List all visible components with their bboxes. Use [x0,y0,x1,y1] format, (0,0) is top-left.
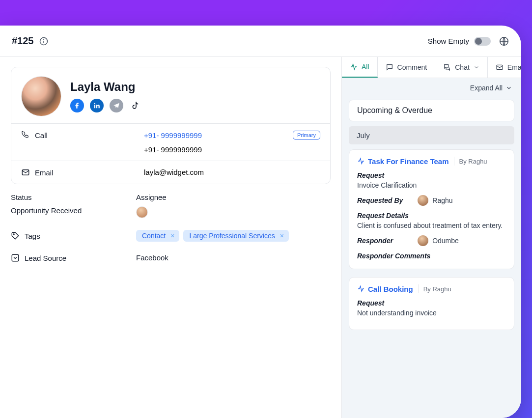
responder-name: Odumbe [432,237,459,245]
person-avatar [418,235,428,246]
call-label: Call [35,131,48,139]
activity-icon [357,157,365,165]
left-panel: Layla Wang [0,57,342,418]
activity-title[interactable]: Call Booking [357,285,413,293]
lead-source-value: Facebook [136,253,168,262]
primary-badge: Primary [293,131,320,139]
topbar: #125 Show Empty [0,26,521,57]
right-panel: All Comment Chat Email Expand All [342,57,521,418]
activity-by: By Raghu [459,158,487,165]
linkedin-icon[interactable] [90,99,104,112]
tab-comment[interactable]: Comment [378,57,436,78]
avatar [21,76,61,116]
tab-chat[interactable]: Chat [435,57,488,78]
toggle-switch[interactable] [474,37,491,46]
svg-point-7 [13,234,14,235]
upcoming-header[interactable]: Upcoming & Overdue [349,100,514,121]
assignee-label: Assignee [136,193,167,201]
facebook-icon[interactable] [70,99,84,112]
globe-icon[interactable] [499,36,509,47]
tag-item[interactable]: Contact × [136,230,179,242]
responder-label: Responder [357,237,393,245]
lead-source-label: Lead Source [25,254,66,262]
contact-card: Layla Wang [11,67,331,184]
status-value: Opportunity Received [11,206,82,215]
phone-icon [21,131,30,139]
chevron-down-icon [474,64,479,70]
requested-by-name: Raghu [432,196,452,204]
phone-secondary[interactable]: +91- 9999999999 [144,145,202,154]
tab-email[interactable]: Email [488,57,521,78]
person-avatar [418,195,428,206]
activity-card: Task For Finance Team By Raghu Request I… [349,149,514,269]
show-empty-label: Show Empty [428,37,469,45]
email-icon [21,168,30,177]
app-window: #125 Show Empty Layla Wang [0,26,521,418]
tab-all[interactable]: All [342,57,378,78]
request-value: Invoice Clarification [357,181,506,189]
requested-by-label: Requested By [357,196,403,204]
request-label: Request [357,171,506,179]
expand-all-button[interactable]: Expand All [342,78,521,98]
close-icon[interactable]: × [170,232,176,240]
email-value[interactable]: layla@widget.com [144,168,204,176]
ticket-id: #125 [12,35,34,47]
close-icon[interactable]: × [280,232,286,240]
email-label: Email [35,168,54,177]
svg-rect-8 [12,254,19,261]
request-value: Not understanding invoice [357,309,506,317]
activity-title[interactable]: Task For Finance Team [357,157,449,166]
month-header: July [349,126,514,144]
svg-point-5 [94,103,95,104]
svg-rect-4 [94,105,95,108]
assignee-avatar[interactable] [136,206,148,218]
info-icon[interactable] [39,36,49,46]
chevron-down-icon [505,84,512,91]
phone-primary[interactable]: +91- 9999999999 [144,131,202,139]
activity-card: Call Booking By Raghu Request Not unders… [349,277,514,330]
timeline-tabs: All Comment Chat Email [342,57,521,78]
responder-comments-label: Responder Comments [357,252,506,260]
tag-icon [11,231,20,240]
activity-by: By Raghu [423,285,451,293]
tag-item[interactable]: Large Professional Services × [183,230,289,242]
telegram-icon[interactable] [110,99,123,112]
tiktok-icon[interactable] [129,99,143,112]
activity-icon [357,285,365,293]
svg-point-2 [43,39,44,40]
contact-name: Layla Wang [70,80,143,94]
show-empty-toggle[interactable]: Show Empty [428,37,491,46]
status-label: Status [11,193,32,201]
request-details-label: Request Details [357,212,506,220]
tags-label: Tags [25,232,40,240]
request-label: Request [357,299,506,307]
request-details-value: Client is confused about treatment of ta… [357,222,506,229]
dropdown-icon [11,253,20,262]
